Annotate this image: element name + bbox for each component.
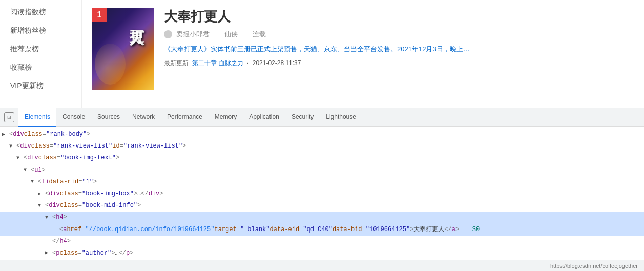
dom-line[interactable]: <li data-rid="1"> [0, 176, 644, 188]
sidebar-item-reading-rank[interactable]: 阅读指数榜 [10, 8, 71, 17]
tab-memory[interactable]: Memory [209, 108, 243, 127]
devtools-tabs: ⊡ Elements Console Sources Network Perfo… [0, 108, 644, 127]
dom-line[interactable]: <h4> [0, 212, 644, 223]
book-cover-wrapper: 1 打更人 [92, 8, 154, 90]
tag-bracket: = [237, 225, 240, 235]
rank-badge: 1 [92, 8, 107, 22]
dom-line[interactable]: <p class="author">…</p> [0, 247, 644, 259]
tag-bracket: = [78, 189, 82, 199]
tag-bracket: > [87, 130, 90, 139]
tag-bracket: < [45, 201, 49, 211]
sidebar-item-recommend-rank[interactable]: 推荐票榜 [10, 45, 71, 54]
tag-bracket: = [57, 153, 60, 163]
attr-name: class [24, 130, 43, 139]
tag-name: h4 [56, 213, 63, 222]
tag-bracket: = [120, 141, 123, 151]
tab-network[interactable]: Network [126, 108, 161, 127]
tab-security[interactable]: Security [285, 108, 320, 127]
attr-value: "1" [82, 177, 93, 187]
tag-name: p [126, 248, 130, 258]
expand-arrow[interactable] [38, 190, 45, 198]
attr-name: data-bid [333, 225, 362, 235]
dom-line[interactable]: <a href="//book.qidian.com/info/10196641… [0, 224, 644, 236]
expand-arrow[interactable] [9, 142, 16, 151]
expand-arrow[interactable] [31, 178, 38, 186]
attr-name: class [59, 248, 78, 258]
expand-arrow[interactable] [38, 202, 45, 210]
expand-arrow[interactable] [45, 249, 52, 257]
sidebar-item-collect-rank[interactable]: 收藏榜 [10, 63, 71, 72]
dollar-zero: == $0 [461, 225, 480, 235]
tag-bracket: < [38, 177, 41, 187]
dom-line[interactable]: </h4> [0, 236, 644, 247]
expand-arrow[interactable] [24, 166, 31, 174]
tag-bracket: < [52, 248, 56, 258]
tag-name: div [49, 201, 60, 211]
expand-arrow[interactable] [45, 214, 52, 222]
tag-bracket: > [93, 177, 97, 187]
book-meta: 卖报小郎君 ｜ 仙侠 ｜ 连载 [164, 30, 634, 39]
dom-line[interactable]: <div class="rank-view-list" id="rank-vie… [0, 140, 644, 152]
status-url: https://blog.csdn.net/coffeejogether [550, 263, 638, 269]
tag-bracket: > [159, 189, 163, 199]
devtools-dom-content[interactable]: <div class="rank-body"><div class="rank-… [0, 127, 644, 260]
tag-bracket: < [59, 225, 63, 235]
attr-name: id [112, 141, 119, 151]
expand-arrow[interactable] [16, 154, 24, 162]
text-node: … [137, 189, 141, 199]
tag-name: a [63, 225, 67, 235]
expand-arrow[interactable] [2, 131, 9, 139]
expand-arrow[interactable] [52, 225, 59, 234]
tag-bracket: = [362, 225, 366, 235]
attr-name: class [31, 141, 50, 151]
dom-line[interactable]: <div class="book-img-text"> [0, 152, 644, 164]
tag-bracket: > [134, 189, 137, 199]
tag-bracket: < [45, 189, 49, 199]
attr-value: "rank-view-list" [123, 141, 182, 151]
update-chapter[interactable]: 第二十章 血脉之力 [192, 59, 243, 67]
tab-application[interactable]: Application [243, 108, 285, 127]
book-author: 卖报小郎君 [176, 30, 210, 39]
devtools-panel: ⊡ Elements Console Sources Network Perfo… [0, 108, 644, 271]
tag-bracket: = [78, 201, 82, 211]
attr-name: data-eid [270, 225, 300, 235]
attr-name: data-rid [49, 177, 79, 187]
tag-bracket: = [50, 141, 53, 151]
attr-value: "book-img-text" [60, 153, 116, 163]
tag-bracket: > [64, 213, 67, 222]
tab-performance[interactable]: Performance [161, 108, 209, 127]
sidebar-item-vip-rank[interactable]: VIP更新榜 [10, 81, 71, 91]
tag-bracket: > [455, 225, 459, 235]
tag-bracket: > [410, 225, 413, 235]
dom-line[interactable]: <ul> [0, 164, 644, 176]
devtools-panel-icon[interactable]: ⊡ [4, 112, 14, 122]
tab-elements[interactable]: Elements [18, 108, 56, 127]
tag-bracket: </ [119, 248, 126, 258]
tag-name: p [56, 248, 59, 258]
attr-value: "rank-view-list" [53, 141, 112, 151]
tag-bracket: < [24, 153, 27, 163]
tab-console[interactable]: Console [56, 108, 91, 127]
expand-arrow[interactable] [45, 237, 52, 245]
tab-lighthouse[interactable]: Lighthouse [320, 108, 362, 127]
attr-value: "book-img-box" [82, 189, 134, 199]
attr-value-link[interactable]: "//book.qidian.com/info/1019664125" [85, 225, 214, 235]
book-status: 连载 [253, 30, 266, 39]
tag-bracket: </ [444, 225, 451, 235]
dom-line[interactable]: <div class="book-mid-info"> [0, 200, 644, 212]
dom-line[interactable]: <div class="book-img-box">…</div> [0, 188, 644, 200]
tag-bracket: = [78, 248, 81, 258]
text-node: 大奉打更人 [413, 225, 444, 235]
tab-sources[interactable]: Sources [91, 108, 126, 127]
attr-value: "rank-body" [46, 130, 87, 139]
tag-bracket: > [67, 237, 71, 246]
book-desc-text: 《大奉打更人》实体书前三册已正式上架预售，天猫、京东、当当全平台发售。2021年… [164, 45, 471, 53]
tag-name: ul [34, 165, 41, 175]
dom-line[interactable]: <div class="rank-body"> [0, 129, 644, 140]
book-cover-title: 打更人 [127, 18, 146, 21]
sidebar-item-fans-rank[interactable]: 新增粉丝榜 [10, 26, 71, 35]
status-bar: https://blog.csdn.net/coffeejogether [0, 260, 644, 271]
author-icon [164, 30, 172, 38]
book-content: 1 打更人 大奉打更人 卖报小郎君 ｜ 仙侠 ｜ 连载 《大奉打更人》实体书前三… [82, 0, 644, 108]
tag-bracket: = [81, 225, 85, 235]
